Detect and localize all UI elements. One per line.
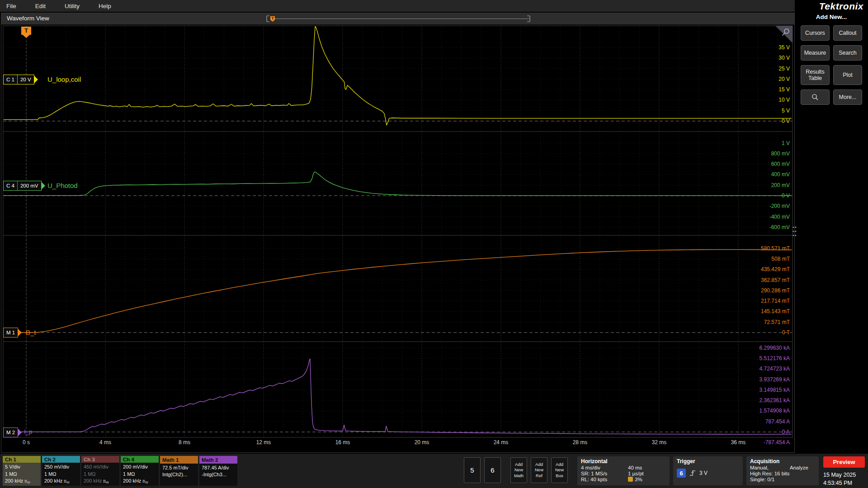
svg-text:1 V: 1 V — [782, 140, 790, 146]
math1-badge-title: Math 1 — [160, 456, 198, 464]
plot-button[interactable]: Plot — [833, 65, 862, 85]
right-panel-buttons: Cursors Callout Measure Search Results T… — [801, 25, 862, 105]
svg-text:362.857 mT: 362.857 mT — [761, 277, 790, 283]
add-new-buttons: AddNewMath AddNewRef AddNewBus — [510, 457, 568, 483]
svg-text:8 ms: 8 ms — [179, 439, 190, 446]
acquisition-settings-panel[interactable]: Acquisition Manual, Analyze High Res: 16… — [746, 456, 819, 485]
cursors-button[interactable]: Cursors — [801, 25, 830, 41]
magnifier-icon — [811, 93, 819, 101]
acquisition-panel-title: Acquisition — [750, 458, 815, 465]
zoom-tool-button[interactable] — [801, 89, 830, 105]
svg-text:10 V: 10 V — [778, 97, 790, 103]
menu-file[interactable]: File — [0, 3, 26, 9]
svg-text:-787.454 A: -787.454 A — [764, 439, 790, 446]
panel-splitter-handle[interactable] — [792, 225, 797, 238]
horizontal-scale: 4 ms/div — [581, 465, 628, 470]
svg-text:600 mV: 600 mV — [771, 161, 790, 167]
svg-text:4 ms: 4 ms — [99, 439, 111, 446]
more-button[interactable]: More... — [833, 89, 862, 105]
results-table-button[interactable]: Results Table — [801, 65, 830, 85]
ch3-impedance: 1 MΩ — [84, 471, 117, 478]
svg-text:20 V: 20 V — [778, 76, 790, 82]
sample-rate: SR: 1 MS/s — [581, 471, 628, 476]
svg-text:0 A: 0 A — [782, 429, 790, 435]
svg-text:3.937269 kA: 3.937269 kA — [760, 376, 790, 383]
channel1-badge[interactable]: C 1 20 V — [3, 75, 34, 84]
svg-text:30 V: 30 V — [778, 55, 790, 61]
slot-5-button[interactable]: 5 — [464, 457, 481, 483]
ch3-scale: 450 mV/div — [84, 464, 117, 470]
ch3-bandwidth: 200 kHz — [84, 478, 102, 483]
svg-text:4.724723 kA: 4.724723 kA — [760, 366, 790, 372]
search-button[interactable]: Search — [833, 45, 862, 61]
ch1-badge-title: Ch 1 — [3, 456, 41, 463]
svg-text:24 ms: 24 ms — [494, 439, 509, 446]
acquisition-mode: High Res: 16 bits — [750, 471, 790, 476]
svg-text:-400 mV: -400 mV — [769, 214, 790, 220]
trigger-position-icon — [628, 477, 633, 482]
waveform-graticule[interactable]: 35 V30 V25 V20 V15 V10 V5 V0 V1 V800 mV6… — [1, 25, 794, 452]
channel4-badge[interactable]: C 4 200 mV — [3, 181, 42, 191]
add-new-math-button[interactable]: AddNewMath — [510, 457, 527, 483]
channel1-badge-scale: 20 V — [20, 77, 31, 82]
bottom-status-bar: Ch 1 5 V/div 1 MΩ 200 kHzBW Ch 2 250 mV/… — [0, 454, 868, 488]
date-label: 15 May 2025 — [823, 471, 856, 479]
preview-button[interactable]: Preview — [823, 456, 865, 468]
grip-dots-icon — [792, 225, 797, 238]
horizontal-position-indicator[interactable]: T — [264, 15, 533, 23]
svg-text:36 ms: 36 ms — [731, 439, 746, 446]
add-new-bus-button[interactable]: AddNewBus — [551, 457, 568, 483]
svg-text:0 T: 0 T — [782, 329, 790, 336]
channel-badge-strip: Ch 1 5 V/div 1 MΩ 200 kHzBW Ch 2 250 mV/… — [3, 456, 237, 486]
overview-left-bracket — [267, 16, 269, 22]
add-new-ref-button[interactable]: AddNewRef — [531, 457, 547, 483]
horizontal-panel-title: Horizontal — [581, 458, 666, 465]
callout-button[interactable]: Callout — [833, 25, 862, 41]
record-length: RL: 40 kpts — [581, 477, 628, 482]
rising-edge-icon — [689, 469, 696, 477]
ch3-settings-badge[interactable]: Ch 3 450 mV/div 1 MΩ 200 kHzBW — [81, 456, 119, 486]
math2-badge[interactable]: M 2 — [3, 427, 18, 437]
horizontal-settings-panel[interactable]: Horizontal 4 ms/div 40 ms SR: 1 MS/s 1 µ… — [577, 456, 670, 485]
svg-text:12 ms: 12 ms — [256, 439, 271, 446]
svg-text:25 V: 25 V — [778, 66, 790, 72]
svg-text:5.512176 kA: 5.512176 kA — [760, 355, 790, 361]
math1-badge[interactable]: M 1 — [3, 328, 18, 338]
x-axis-labels: 0 s4 ms8 ms12 ms16 ms20 ms24 ms28 ms32 m… — [23, 439, 745, 446]
measure-button[interactable]: Measure — [801, 45, 830, 61]
menu-help[interactable]: Help — [89, 3, 121, 9]
svg-text:5 V: 5 V — [782, 108, 790, 114]
ch1-scale: 5 V/div — [5, 464, 38, 470]
ch2-scale: 250 mV/div — [44, 464, 78, 470]
slot-buttons: 5 6 — [464, 457, 501, 483]
ch4-impedance: 1 MΩ — [123, 471, 156, 478]
waveform-view-titlebar[interactable]: Waveform View T — [1, 13, 794, 25]
math1-settings-badge[interactable]: Math 1 72.5 mT/div Intg(Ch2)... — [160, 456, 198, 486]
menu-edit[interactable]: Edit — [26, 3, 55, 9]
ch2-bandwidth: 200 kHz — [44, 478, 62, 483]
menu-bar: File Edit Utility Help — [0, 0, 795, 12]
svg-text:290.286 mT: 290.286 mT — [761, 287, 790, 294]
trigger-settings-panel[interactable]: Trigger 6 3 V — [673, 456, 743, 485]
ch1-settings-badge[interactable]: Ch 1 5 V/div 1 MΩ 200 kHzBW — [3, 456, 41, 486]
svg-text:217.714 mT: 217.714 mT — [761, 298, 790, 304]
svg-text:0 V: 0 V — [782, 192, 790, 199]
ch2-settings-badge[interactable]: Ch 2 250 mV/div 1 MΩ 200 kHzBW — [42, 456, 80, 486]
channel1-trace-label: U_loop,coil — [47, 75, 81, 83]
ch4-settings-badge[interactable]: Ch 4 200 mV/div 1 MΩ 200 kHzBW — [121, 456, 159, 486]
slot-6-button[interactable]: 6 — [484, 457, 501, 483]
channel4-trace-label: U_Photod — [47, 182, 78, 189]
math2-badge-name: M 2 — [6, 430, 15, 435]
math2-settings-badge[interactable]: Math 2 787.45 A/div -Intg(Ch3... — [199, 456, 237, 486]
svg-text:145.143 mT: 145.143 mT — [761, 308, 790, 314]
math2-expression: -Intg(Ch3... — [202, 471, 235, 478]
acquisition-single: Single: 0/1 — [750, 477, 774, 482]
channel1-badge-name: C 1 — [6, 77, 14, 82]
svg-text:508 mT: 508 mT — [771, 256, 790, 262]
trigger-position-flag[interactable]: T — [21, 27, 31, 35]
math2-badge-title: Math 2 — [199, 456, 237, 464]
menu-utility[interactable]: Utility — [55, 3, 89, 9]
ch3-badge-title: Ch 3 — [81, 456, 119, 463]
svg-text:787.454 A: 787.454 A — [765, 418, 790, 425]
plot-background — [3, 26, 793, 437]
